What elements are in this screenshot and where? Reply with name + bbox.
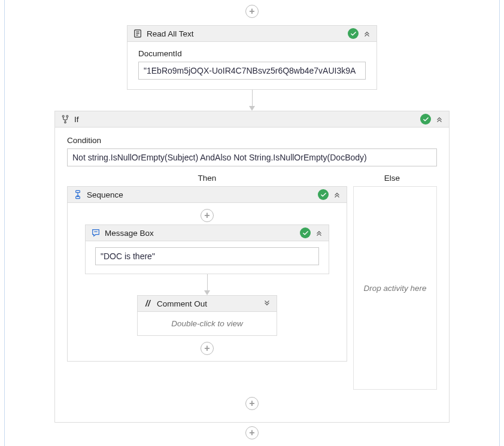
sequence-activity[interactable]: Sequence <box>67 186 347 362</box>
comment-out-activity[interactable]: // Comment Out Double-click to view <box>137 295 277 336</box>
comment-out-body-hint[interactable]: Double-click to view <box>138 312 277 335</box>
documentid-label: DocumentId <box>138 49 366 58</box>
read-all-text-body: DocumentId <box>127 42 377 89</box>
if-activity[interactable]: If Condition Then Else <box>54 111 450 423</box>
read-all-text-title: Read All Text <box>147 29 344 38</box>
then-branch[interactable]: Sequence <box>67 186 347 390</box>
sequence-body: Message Box <box>68 203 347 361</box>
condition-input[interactable] <box>67 148 437 166</box>
flow-arrow-icon <box>249 106 255 111</box>
insert-activity-button[interactable] <box>245 426 259 439</box>
read-all-text-activity[interactable]: Read All Text DocumentId <box>127 25 377 90</box>
comment-out-icon: // <box>142 298 153 309</box>
validation-ok-icon <box>420 114 431 125</box>
insert-activity-button[interactable] <box>245 397 259 410</box>
if-body: Condition Then Else Seq <box>55 128 449 422</box>
validation-ok-icon <box>300 227 311 238</box>
svg-rect-7 <box>76 190 80 192</box>
branch-headers: Then Else <box>67 174 437 186</box>
documentid-input[interactable] <box>138 62 366 80</box>
validation-ok-icon <box>318 189 329 200</box>
read-text-icon <box>132 28 143 39</box>
sequence-header[interactable]: Sequence <box>68 187 347 203</box>
message-box-icon <box>90 227 101 238</box>
if-icon <box>60 114 71 125</box>
read-all-text-header[interactable]: Read All Text <box>127 26 377 42</box>
comment-out-header[interactable]: // Comment Out <box>138 296 277 312</box>
message-box-input[interactable] <box>95 247 319 265</box>
insert-activity-button[interactable] <box>201 209 214 222</box>
condition-label: Condition <box>67 136 437 145</box>
collapse-button[interactable] <box>435 115 444 123</box>
sequence-icon <box>72 189 83 200</box>
message-box-header[interactable]: Message Box <box>86 225 329 241</box>
designer-right-ruler <box>499 0 500 446</box>
collapse-button[interactable] <box>332 190 342 199</box>
insert-activity-button[interactable] <box>245 5 259 18</box>
comment-out-title: Comment Out <box>157 299 259 308</box>
if-title: If <box>74 115 417 124</box>
message-box-activity[interactable]: Message Box <box>85 224 329 274</box>
collapse-button[interactable] <box>314 229 324 237</box>
designer-left-ruler <box>4 0 5 446</box>
else-branch[interactable]: Drop activity here <box>353 186 437 390</box>
validation-ok-icon <box>348 28 359 39</box>
svg-point-5 <box>66 116 68 117</box>
else-drop-placeholder: Drop activity here <box>363 284 426 293</box>
svg-point-4 <box>62 116 64 117</box>
insert-activity-button[interactable] <box>201 342 214 355</box>
then-header: Then <box>67 174 347 186</box>
else-drop-zone[interactable]: Drop activity here <box>353 186 437 390</box>
svg-point-6 <box>65 122 66 123</box>
flow-connector <box>252 90 253 107</box>
message-box-title: Message Box <box>105 229 296 238</box>
flow-arrow-icon <box>204 290 210 295</box>
message-box-body <box>86 241 329 274</box>
sequence-title: Sequence <box>87 190 314 199</box>
flow-connector <box>207 274 208 291</box>
if-header[interactable]: If <box>55 111 449 128</box>
collapse-button[interactable] <box>362 29 372 38</box>
else-header: Else <box>347 174 437 186</box>
expand-button[interactable] <box>262 299 272 308</box>
